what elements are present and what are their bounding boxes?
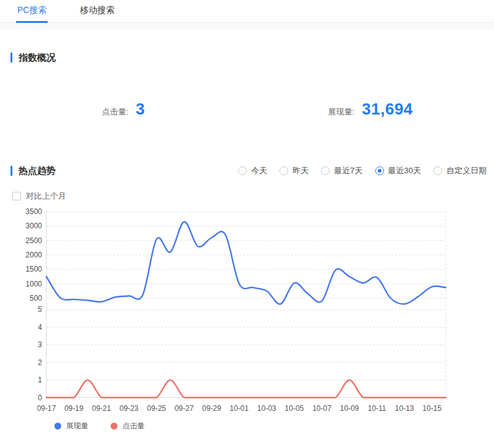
svg-text:10-15: 10-15 [422,404,441,413]
legend-impressions-label: 展现量 [66,421,88,431]
hot-trend-section: 热点趋势 今天 昨天 最近7天 最近30天 [0,160,494,431]
impressions-dot-icon [54,423,61,429]
trend-title-group: 热点趋势 [11,165,56,177]
legend-clicks-label: 点击量 [122,421,145,431]
svg-text:09-21: 09-21 [92,404,111,413]
svg-text:1500: 1500 [25,265,42,274]
clicks-metric-value: 3 [136,100,145,119]
tab-pc-search[interactable]: PC搜索 [16,0,48,22]
tabbar-shadow-band [0,23,494,29]
overview-title: 指数概况 [19,52,56,64]
svg-text:09-29: 09-29 [202,404,221,413]
clicks-line [46,380,446,397]
svg-text:5: 5 [38,305,42,314]
svg-text:09-17: 09-17 [37,404,56,413]
radio-icon [238,166,247,175]
radio-icon [279,166,288,175]
legend-impressions[interactable]: 展现量 [54,421,88,431]
tab-mobile-search-label: 移动搜索 [80,5,114,15]
section-accent-bar [11,166,12,176]
overview-section-header: 指数概况 [0,46,494,69]
radio-last-7-days[interactable]: 最近7天 [321,165,362,176]
svg-text:10-03: 10-03 [257,404,276,413]
svg-text:10-07: 10-07 [312,404,331,413]
impressions-metric-value: 31,694 [362,100,413,119]
svg-text:0: 0 [38,394,42,402]
svg-text:500: 500 [30,294,42,303]
legend-clicks[interactable]: 点击量 [111,421,145,431]
svg-text:09-25: 09-25 [147,404,166,413]
clicks-metric: 点击量: 3 [0,100,247,119]
tab-mobile-search[interactable]: 移动搜索 [79,0,116,22]
svg-text:09-19: 09-19 [64,404,83,413]
svg-text:2000: 2000 [25,251,42,259]
impressions-metric-label: 展现量: [328,106,355,118]
checkbox-icon [12,192,21,200]
svg-text:10-01: 10-01 [230,404,249,413]
compare-checkbox-label: 对比上个月 [26,191,66,202]
radio-last-7-days-label: 最近7天 [334,165,362,176]
svg-text:3500: 3500 [25,207,42,216]
clicks-dot-icon [111,423,117,429]
section-accent-bar [11,53,12,62]
radio-last-30-days-label: 最近30天 [388,165,421,176]
svg-text:09-23: 09-23 [119,404,138,413]
radio-selected-icon [375,166,384,175]
index-overview-section: 指数概况 点击量: 3 展现量: 31,694 [0,46,494,119]
compare-last-month-checkbox[interactable]: 对比上个月 [12,191,66,202]
clicks-metric-label: 点击量: [102,106,129,118]
trend-section-header: 热点趋势 今天 昨天 最近7天 最近30天 [0,160,494,182]
metrics-row: 点击量: 3 展现量: 31,694 [0,100,494,119]
radio-custom-date-label: 自定义日期 [446,165,487,176]
radio-yesterday-label: 昨天 [292,165,309,176]
trend-chart-svg: 35003000250020001500100050054321009-1709… [0,205,494,419]
radio-icon [433,166,442,175]
tab-pc-search-label: PC搜索 [17,5,46,15]
search-analytics-page: PC搜索 移动搜索 指数概况 点击量: 3 展现量: 31,694 热点趋势 [0,0,494,431]
svg-text:10-05: 10-05 [285,404,304,413]
svg-text:3000: 3000 [25,222,42,230]
trend-title: 热点趋势 [19,165,56,177]
compare-row: 对比上个月 [0,191,494,203]
impressions-metric: 展现量: 31,694 [247,100,494,119]
svg-text:4: 4 [38,323,42,332]
radio-last-30-days[interactable]: 最近30天 [375,165,421,176]
svg-text:1000: 1000 [25,280,42,288]
svg-text:10-13: 10-13 [395,404,414,413]
svg-text:2500: 2500 [25,236,42,245]
tab-bar: PC搜索 移动搜索 [0,0,494,23]
date-range-selector: 今天 昨天 最近7天 最近30天 自定义日期 [226,165,487,176]
svg-text:09-27: 09-27 [174,404,194,413]
trend-chart: 35003000250020001500100050054321009-1709… [0,205,494,419]
chart-legend: 展现量 点击量 [54,421,494,431]
radio-today-label: 今天 [251,165,267,176]
radio-custom-date[interactable]: 自定义日期 [433,165,487,176]
svg-text:3: 3 [38,340,42,349]
radio-today[interactable]: 今天 [238,165,267,176]
svg-text:10-11: 10-11 [368,404,386,413]
radio-icon [321,166,330,175]
svg-text:2: 2 [38,358,42,367]
impressions-line [46,222,446,304]
svg-text:10-09: 10-09 [340,404,359,413]
svg-text:1: 1 [38,376,42,384]
radio-yesterday[interactable]: 昨天 [279,165,309,176]
